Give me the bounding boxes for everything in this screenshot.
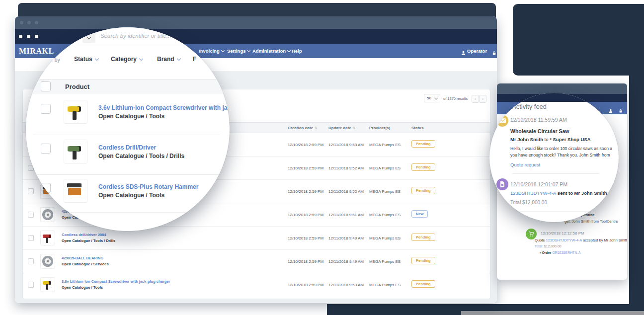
provider: MEGA Pumps ES bbox=[369, 283, 401, 287]
row-separator bbox=[28, 174, 227, 175]
quote-link[interactable]: 123DSHTJDTYW-4-A bbox=[546, 238, 582, 242]
feed-quote-accepted: Quote 123DSHTJDTYW-4-A accepted by Mr Jo… bbox=[535, 238, 627, 242]
product-link[interactable]: 429015-BALL BEARING bbox=[62, 256, 103, 260]
quote-link[interactable]: 123DSHTJDTYW-4-A bbox=[510, 190, 556, 196]
table-row: Cordless drill/driver 2004 Open Catalogu… bbox=[23, 227, 490, 250]
product-link[interactable]: 3.6v Lithium-Ion Compact Screwdriver wit… bbox=[98, 104, 230, 111]
update-date: 12/11/2018 9:53 AM bbox=[328, 143, 364, 147]
product-link[interactable]: Cordless drill/driver 2004 bbox=[62, 233, 106, 237]
creation-date: 12/10/2018 2:59 PM bbox=[288, 189, 323, 194]
nav-item-invoicing[interactable]: Invoicing bbox=[199, 48, 224, 54]
chevron-down-icon bbox=[247, 49, 250, 52]
provider: MEGA Pumps ES bbox=[369, 166, 401, 170]
product-thumbnail bbox=[40, 231, 55, 245]
browser-titlebar bbox=[497, 83, 627, 94]
table-row: 429015-BALL BEARING Open Catalogue / Ser… bbox=[23, 250, 490, 273]
window-dot-icon bbox=[27, 35, 30, 38]
feed-separator bbox=[517, 211, 589, 212]
order-link[interactable]: OR5235ERHTN-A bbox=[552, 251, 580, 254]
quote-request-link[interactable]: Quote request bbox=[510, 162, 540, 167]
filter-partial: F bbox=[193, 56, 196, 63]
creation-date: 12/10/2018 2:59 PM bbox=[288, 166, 323, 170]
next-page-button[interactable]: › bbox=[479, 95, 486, 103]
table-row: 3.6v Lithium-Ion Compact Screwdriver wit… bbox=[23, 273, 490, 297]
status-badge: New bbox=[411, 210, 428, 218]
chevron-down-icon bbox=[434, 96, 438, 100]
column-update-date[interactable]: Update date⇅ bbox=[328, 126, 356, 130]
operator-menu[interactable]: Operator bbox=[467, 48, 487, 54]
screenshot-stage: MIRAKL Invoicing Settings Administration… bbox=[0, 0, 644, 315]
creation-date: 12/10/2018 2:59 PM bbox=[288, 283, 323, 287]
search-input[interactable]: Search by identifier or title... bbox=[100, 33, 171, 39]
nav-item-settings[interactable]: Settings bbox=[227, 48, 250, 54]
creation-date: 12/10/2018 2:59 PM bbox=[288, 213, 323, 217]
feed-timestamp: 12/10/2018 12:01:07 PM bbox=[510, 181, 567, 187]
column-creation-date[interactable]: Creation date⇅ bbox=[288, 126, 318, 130]
row-checkbox[interactable] bbox=[28, 258, 34, 264]
filter-category[interactable]: Category bbox=[111, 56, 143, 63]
chevron-down-icon bbox=[94, 57, 98, 61]
nav-item-help[interactable]: Help bbox=[292, 48, 302, 54]
chevron-down-icon bbox=[176, 57, 180, 61]
row-checkbox[interactable] bbox=[28, 235, 34, 241]
column-product: Product bbox=[65, 83, 89, 90]
provider: MEGA Pumps ES bbox=[369, 189, 401, 194]
page-size-select[interactable]: 50 bbox=[424, 94, 440, 102]
update-date: 12/11/2018 9:49 AM bbox=[328, 236, 364, 240]
window-dot-icon bbox=[19, 35, 22, 38]
product-thumbnail bbox=[64, 179, 87, 203]
provider: MEGA Pumps ES bbox=[369, 213, 401, 217]
row-checkbox[interactable] bbox=[28, 188, 34, 194]
product-category: Open Catalogue / Tools / Drills bbox=[62, 238, 115, 243]
creation-date: 12/10/2018 2:59 PM bbox=[288, 236, 323, 240]
product-category: Open Catalogue / Services bbox=[62, 262, 109, 266]
product-link[interactable]: 3.6v Lithium-Ion Compact Screwdriver wit… bbox=[62, 279, 170, 284]
chevron-down-icon bbox=[221, 49, 225, 52]
product-thumbnail bbox=[64, 100, 87, 124]
update-date: 12/11/2018 9:49 AM bbox=[328, 259, 364, 264]
column-status: Status bbox=[411, 126, 423, 130]
product-link[interactable]: Cordless Drill/Driver bbox=[98, 144, 156, 151]
feed-timestamp: 12/10/2018 11:59:59 AM bbox=[510, 117, 567, 123]
browser-titlebar bbox=[15, 16, 497, 29]
product-category: Open Catalogue / Tools / Drills bbox=[98, 153, 184, 159]
sort-icon: ⇅ bbox=[353, 126, 356, 130]
product-thumbnail bbox=[40, 254, 55, 269]
row-checkbox[interactable] bbox=[41, 144, 51, 154]
feed-timestamp: 12/10/2018 12:12:58 PM bbox=[541, 231, 584, 236]
window-dot-icon bbox=[35, 21, 38, 24]
nav-item-administration[interactable]: Administration bbox=[252, 48, 290, 54]
status-badge: Pending bbox=[411, 234, 435, 241]
message-participants: Mr John Smith to * Super Shop USA bbox=[510, 137, 591, 142]
select-all-checkbox[interactable] bbox=[41, 81, 51, 91]
product-thumbnail bbox=[40, 277, 55, 292]
left-magnifier: Search by identifier or title... Filter … bbox=[26, 27, 230, 231]
creation-date: 12/10/2018 2:59 PM bbox=[288, 259, 323, 264]
message-subject: Wholesale Circular Saw bbox=[510, 128, 569, 134]
row-checkbox[interactable] bbox=[28, 282, 34, 288]
prev-page-button[interactable]: ‹ bbox=[472, 95, 479, 103]
filter-status[interactable]: Status bbox=[74, 56, 98, 63]
product-link[interactable]: Cordless SDS-Plus Rotary Hammer bbox=[98, 183, 198, 190]
lock-icon bbox=[619, 106, 623, 110]
row-checkbox[interactable] bbox=[41, 104, 51, 114]
status-badge: Pending bbox=[411, 187, 435, 194]
document-icon bbox=[496, 178, 508, 190]
message-body-line: Hello, I would like to order 100 circula… bbox=[510, 146, 612, 151]
right-magnifier: Activity feed 12/10/2018 11:59:59 AM Who… bbox=[489, 93, 619, 222]
quote-sent-line: 123DSHTJDTYW-4-A sent to Mr John Smith bbox=[510, 190, 607, 196]
mirakl-logo: MIRAKL bbox=[19, 47, 54, 56]
chevron-down-icon bbox=[139, 57, 143, 61]
decor-gray-strip bbox=[461, 311, 644, 315]
update-date: 12/11/2018 9:51 AM bbox=[328, 213, 364, 217]
status-badge: Pending bbox=[411, 140, 435, 148]
product-thumbnail bbox=[40, 207, 55, 222]
feed-total: Total $12,000.00 bbox=[510, 200, 547, 205]
update-date: 12/11/2018 9:53 AM bbox=[328, 283, 364, 287]
user-icon bbox=[461, 48, 466, 53]
status-badge: Pending bbox=[411, 163, 435, 171]
product-category: Open Catalogue / Tools bbox=[98, 113, 164, 120]
filter-brand[interactable]: Brand bbox=[157, 56, 180, 63]
row-checkbox[interactable] bbox=[28, 212, 34, 218]
product-category: Open Catalogue / Tools bbox=[98, 192, 164, 199]
